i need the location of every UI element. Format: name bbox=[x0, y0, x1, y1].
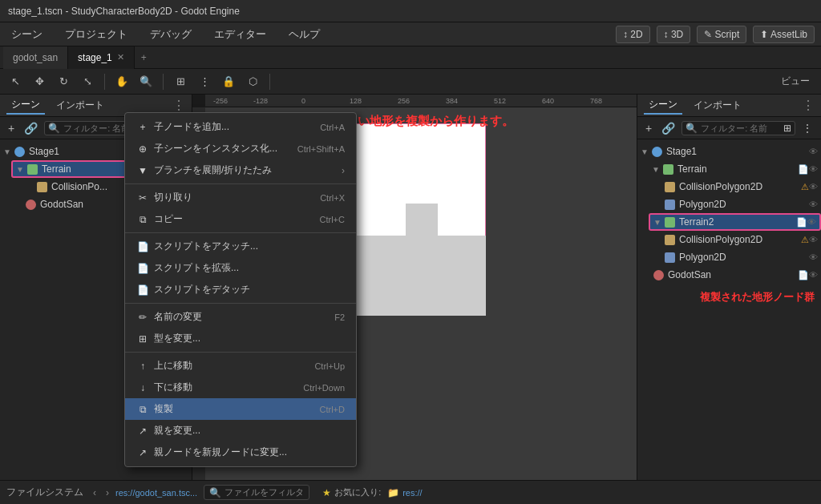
context-menu: + 子ノードを追加... Ctrl+A ⊕ 子シーンをインスタンス化... Ct… bbox=[124, 112, 357, 467]
ctx-attach-script-icon: 📄 bbox=[136, 241, 149, 252]
scene-add-btn[interactable]: + bbox=[5, 120, 18, 136]
svg-rect-0 bbox=[205, 95, 637, 107]
left-tab-import[interactable]: インポート bbox=[51, 97, 109, 114]
right-label-godotsan: GodotSan bbox=[668, 269, 798, 280]
ctx-change-to-new-node[interactable]: ↗ 親ノードを新規ノードに変更... bbox=[125, 442, 356, 463]
menu-editor[interactable]: エディター bbox=[209, 24, 271, 45]
tab-godot-san[interactable]: godot_san bbox=[3, 46, 68, 69]
ctx-change-type[interactable]: ⊞ 型を変更... bbox=[125, 328, 356, 349]
tool-pan[interactable]: ✋ bbox=[111, 72, 132, 91]
ctx-duplicate[interactable]: ⧉ 複製 Ctrl+D bbox=[125, 398, 356, 420]
menu-help[interactable]: ヘルプ bbox=[284, 24, 325, 45]
right-tree-polygon2[interactable]: Polygon2D 👁 bbox=[660, 248, 821, 266]
right-eye-terrain[interactable]: 👁 bbox=[809, 164, 818, 174]
left-panel-options[interactable]: ⋮ bbox=[172, 98, 185, 113]
right-eye-stage1[interactable]: 👁 bbox=[809, 147, 818, 156]
right-tree-godotsan[interactable]: GodotSan 📄 👁 bbox=[649, 266, 821, 284]
ctx-move-up-icon: ↑ bbox=[136, 361, 149, 372]
menu-debug[interactable]: デバッグ bbox=[145, 24, 196, 45]
right-label-polygon1: Polygon2D bbox=[679, 199, 809, 210]
tool-lock[interactable]: 🔒 bbox=[218, 72, 239, 91]
right-scene-config-btn[interactable]: ⋮ bbox=[799, 120, 816, 136]
ctx-instantiate-icon: ⊕ bbox=[136, 143, 149, 155]
right-warning2: ⚠ bbox=[801, 235, 809, 245]
bottom-nav-back[interactable]: › bbox=[106, 487, 109, 498]
tool-snap[interactable]: ⋮ bbox=[194, 72, 215, 91]
tool-grid[interactable]: ⊞ bbox=[170, 72, 191, 91]
ctx-rename-shortcut: F2 bbox=[334, 312, 345, 322]
ctx-sep-4 bbox=[125, 352, 356, 353]
menu-scene[interactable]: シーン bbox=[6, 24, 47, 45]
right-script-terrain: 📄 bbox=[798, 164, 809, 175]
btn-3d[interactable]: ↕ 3D bbox=[657, 26, 691, 43]
left-tab-scene[interactable]: シーン bbox=[6, 96, 45, 115]
ctx-detach-script-label: スクリプトをデタッチ bbox=[154, 283, 250, 296]
ctx-expand[interactable]: ▼ ブランチを展開/折りたたみ › bbox=[125, 159, 356, 181]
right-tab-scene[interactable]: シーン bbox=[644, 96, 682, 115]
btn-2d[interactable]: ↕ 2D bbox=[616, 26, 650, 43]
tab-add[interactable]: + bbox=[135, 52, 153, 63]
tool-move[interactable]: ✥ bbox=[29, 72, 50, 91]
ruler-h-svg: -256 -128 0 128 256 384 512 640 768 896 … bbox=[205, 95, 637, 107]
tab-stage1[interactable]: stage_1 ✕ bbox=[68, 46, 135, 69]
tool-group[interactable]: ⬡ bbox=[242, 72, 263, 91]
right-filter-input[interactable] bbox=[701, 123, 780, 133]
toolbar-sep-3 bbox=[269, 74, 270, 90]
right-icon-polygon1 bbox=[663, 198, 676, 211]
ctx-cut[interactable]: ✂ 切り取り Ctrl+X bbox=[125, 187, 356, 208]
toolbar-view[interactable]: ビュー bbox=[774, 75, 816, 88]
ctx-extend-script[interactable]: 📄 スクリプトを拡張... bbox=[125, 257, 356, 279]
ctx-move-down-shortcut: Ctrl+Down bbox=[303, 383, 345, 393]
right-panel-options[interactable]: ⋮ bbox=[802, 98, 815, 113]
right-scene-link-btn[interactable]: 🔗 bbox=[658, 120, 678, 136]
right-eye-terrain2[interactable]: 👁 bbox=[807, 217, 816, 227]
scene-link-btn[interactable]: 🔗 bbox=[21, 120, 41, 136]
btn-script[interactable]: ✎ Script bbox=[697, 26, 746, 43]
bottom-filesystem-label[interactable]: ファイルシステム bbox=[6, 486, 83, 499]
right-tree-collision2[interactable]: CollisionPolygon2D ⚠ 👁 bbox=[660, 231, 821, 248]
bottom-filter-label[interactable]: ファイルをフィルタ bbox=[224, 486, 304, 498]
tree-icon-godotsan bbox=[24, 198, 37, 211]
right-eye-collision2[interactable]: 👁 bbox=[809, 235, 818, 244]
menu-project[interactable]: プロジェクト bbox=[60, 24, 132, 45]
tab-stage1-close[interactable]: ✕ bbox=[117, 52, 124, 62]
svg-text:640: 640 bbox=[542, 97, 554, 105]
tool-select[interactable]: ↖ bbox=[5, 72, 26, 91]
ctx-copy[interactable]: ⧉ コピー Ctrl+C bbox=[125, 208, 356, 230]
ctx-move-up[interactable]: ↑ 上に移動 Ctrl+Up bbox=[125, 355, 356, 377]
tool-zoom[interactable]: 🔍 bbox=[135, 72, 156, 91]
ctx-rename[interactable]: ✏ 名前の変更 F2 bbox=[125, 306, 356, 328]
right-tab-import[interactable]: インポート bbox=[689, 97, 746, 114]
ctx-move-down-icon: ↓ bbox=[136, 382, 149, 393]
right-eye-polygon1[interactable]: 👁 bbox=[809, 200, 818, 209]
right-eye-collision1[interactable]: 👁 bbox=[809, 182, 818, 192]
right-eye-godotsan[interactable]: 👁 bbox=[809, 270, 818, 280]
tool-rotate[interactable]: ↻ bbox=[53, 72, 74, 91]
ctx-instantiate-label: 子シーンをインスタンス化... bbox=[154, 142, 277, 155]
btn-assetlib[interactable]: ⬆ AssetLib bbox=[753, 26, 815, 43]
tool-scale[interactable]: ⤡ bbox=[77, 72, 98, 91]
ctx-change-parent[interactable]: ↗ 親を変更... bbox=[125, 420, 356, 442]
right-tree-stage1[interactable]: ▼ Stage1 👁 bbox=[637, 143, 821, 160]
right-filter-options-icon[interactable]: ⊞ bbox=[783, 123, 791, 134]
tree-icon-terrain bbox=[26, 163, 38, 175]
ctx-add-child-shortcut: Ctrl+A bbox=[320, 123, 345, 132]
bottom-res-label[interactable]: res:// bbox=[402, 488, 422, 498]
bottom-folder-icon[interactable]: 📁 bbox=[387, 487, 399, 498]
right-panel: シーン インポート ⋮ + 🔗 🔍 ⊞ ⋮ ▼ Stage1 👁 bbox=[637, 95, 821, 480]
right-tree-terrain2[interactable]: ▼ Terrain2 📄 👁 bbox=[649, 213, 821, 231]
tree-arrow-stage1: ▼ bbox=[3, 147, 13, 156]
ctx-attach-script[interactable]: 📄 スクリプトをアタッチ... bbox=[125, 236, 356, 257]
ctx-detach-script[interactable]: 📄 スクリプトをデタッチ bbox=[125, 279, 356, 300]
ctx-move-down[interactable]: ↓ 下に移動 Ctrl+Down bbox=[125, 377, 356, 398]
right-annotation-duplicated: 複製された地形ノード群 bbox=[637, 284, 821, 304]
ctx-instantiate[interactable]: ⊕ 子シーンをインスタンス化... Ctrl+Shift+A bbox=[125, 138, 356, 159]
right-tree-collision1[interactable]: CollisionPolygon2D ⚠ 👁 bbox=[660, 178, 821, 196]
title-text: stage_1.tscn - StudyCharacterBody2D - Go… bbox=[8, 6, 240, 17]
ctx-add-child[interactable]: + 子ノードを追加... Ctrl+A bbox=[125, 116, 356, 138]
right-scene-add-btn[interactable]: + bbox=[642, 120, 655, 136]
right-eye-polygon2[interactable]: 👁 bbox=[809, 252, 818, 262]
svg-text:-128: -128 bbox=[253, 97, 268, 105]
right-tree-terrain[interactable]: ▼ Terrain 📄 👁 bbox=[649, 160, 821, 178]
right-tree-polygon1[interactable]: Polygon2D 👁 bbox=[660, 196, 821, 213]
